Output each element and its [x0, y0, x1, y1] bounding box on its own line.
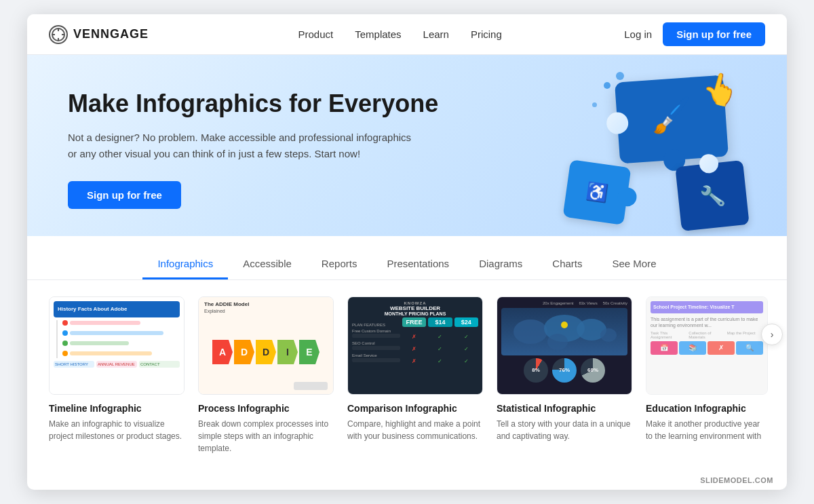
card-process[interactable]: The ADDIE Model Explained A D D I E — [198, 296, 334, 454]
brand-name: VENNGAGE — [73, 27, 149, 41]
card-title-process: Process Infographic — [198, 403, 334, 414]
svg-point-9 — [600, 328, 617, 342]
card-desc-statistical: Tell a story with your data in a unique … — [497, 418, 632, 442]
puzzle-left: ♿ — [563, 160, 632, 226]
dot-2 — [592, 102, 597, 107]
nav-pricing[interactable]: Pricing — [471, 28, 502, 40]
tab-diagrams[interactable]: Diagrams — [464, 250, 537, 279]
education-preview: School Project Timeline: Visualize T Thi… — [646, 297, 767, 394]
hero-title: Make Infographics for Everyone — [68, 89, 438, 118]
nav-product[interactable]: Product — [298, 28, 334, 40]
hero-section: Make Infographics for Everyone Not a des… — [27, 55, 787, 235]
card-image-process: The ADDIE Model Explained A D D I E — [198, 296, 334, 395]
nav-actions: Log in Sign up for free — [624, 22, 765, 46]
tab-reports[interactable]: Reports — [307, 250, 372, 279]
hero-content: Make Infographics for Everyone Not a des… — [68, 89, 438, 208]
tab-see-more[interactable]: See More — [598, 250, 672, 279]
card-desc-process: Break down complex processes into simple… — [198, 418, 334, 454]
card-comparison[interactable]: KNOWZA WEBSITE BUILDER MONTHLY PRICING P… — [347, 296, 483, 454]
tabs-list: Infographics Accessible Reports Presenta… — [142, 250, 671, 279]
card-desc-timeline: Make an infographic to visualize project… — [49, 418, 185, 442]
card-image-timeline: History Facts About Adobe — [49, 296, 185, 395]
cards-section: History Facts About Adobe — [27, 280, 787, 471]
watermark: SLIDEMODEL.COM — [27, 471, 787, 490]
card-desc-education: Make it another productive year to the l… — [646, 418, 768, 445]
card-image-education: School Project Timeline: Visualize T Thi… — [646, 296, 768, 395]
logo-icon — [49, 25, 68, 44]
card-title-comparison: Comparison Infographic — [347, 403, 483, 414]
tab-charts[interactable]: Charts — [537, 250, 597, 279]
nav-learn[interactable]: Learn — [423, 28, 449, 40]
puzzle-graphic: 🖌️ 👆 ♿ 🔧 — [543, 69, 760, 231]
hero-illustration: 🖌️ 👆 ♿ 🔧 — [543, 69, 760, 231]
logo[interactable]: VENNGAGE — [49, 25, 149, 44]
card-image-comparison: KNOWZA WEBSITE BUILDER MONTHLY PRICING P… — [347, 296, 483, 395]
tab-presentations[interactable]: Presentations — [372, 250, 464, 279]
dot-1 — [604, 82, 610, 89]
card-title-statistical: Statistical Infographic — [497, 403, 632, 414]
hero-subtitle: Not a designer? No problem. Make accessi… — [68, 130, 421, 162]
comparison-preview: KNOWZA WEBSITE BUILDER MONTHLY PRICING P… — [348, 297, 482, 394]
next-arrow[interactable]: › — [761, 324, 783, 345]
card-desc-comparison: Compare, highlight and make a point with… — [347, 418, 483, 442]
tab-infographics[interactable]: Infographics — [142, 250, 228, 279]
signup-button[interactable]: Sign up for free — [663, 22, 765, 46]
svg-point-5 — [513, 319, 547, 344]
tab-accessible[interactable]: Accessible — [228, 250, 307, 279]
card-timeline[interactable]: History Facts About Adobe — [49, 296, 185, 454]
login-button[interactable]: Log in — [624, 28, 652, 40]
statistical-preview: 20x Engagement 63x Views 50x Creativity — [497, 297, 632, 394]
timeline-preview: History Facts About Adobe — [50, 297, 184, 394]
card-image-statistical: 20x Engagement 63x Views 50x Creativity — [497, 296, 632, 395]
browser-window: VENNGAGE Product Templates Learn Pricing… — [27, 14, 787, 489]
tabs-section: Infographics Accessible Reports Presenta… — [27, 236, 787, 280]
svg-point-10 — [561, 322, 568, 328]
navbar: VENNGAGE Product Templates Learn Pricing… — [27, 14, 787, 55]
card-title-education: Education Infographic — [646, 403, 768, 414]
process-preview: The ADDIE Model Explained A D D I E — [199, 297, 333, 394]
dot-3 — [616, 72, 624, 80]
svg-point-7 — [547, 334, 568, 350]
card-education[interactable]: School Project Timeline: Visualize T Thi… — [646, 296, 768, 454]
nav-templates[interactable]: Templates — [355, 28, 401, 40]
card-statistical[interactable]: 20x Engagement 63x Views 50x Creativity — [497, 296, 632, 454]
hero-signup-button[interactable]: Sign up for free — [68, 181, 181, 209]
card-title-timeline: Timeline Infographic — [49, 403, 185, 414]
nav-links: Product Templates Learn Pricing — [176, 28, 624, 40]
puzzle-right: 🔧 — [675, 160, 749, 231]
